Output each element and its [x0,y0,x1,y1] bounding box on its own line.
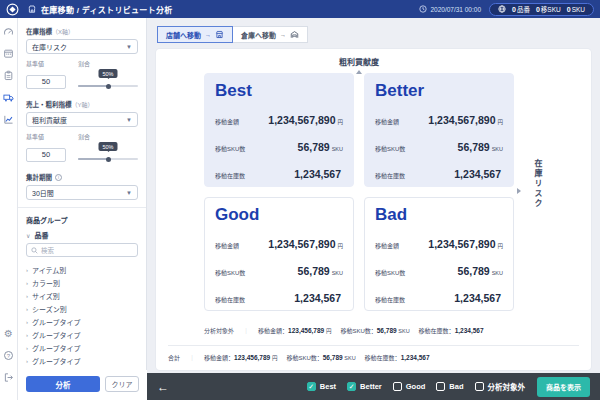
metric-value: 1,234,567 [454,288,503,306]
quadrant-best[interactable]: Best 移動金額1,234,567,890円 移動SKU数56,789SKU … [204,73,354,187]
logout-icon[interactable] [3,372,14,383]
quadrant-panel: 粗利貢献度 Best 移動金額1,234,567,890円 移動SKU数56,7… [156,49,591,370]
quadrant-good[interactable]: Good 移動金額1,234,567,890円 移動SKU数56,789SKU … [204,197,354,311]
checkbox-icon[interactable]: ✓ [436,382,445,391]
caret-right-icon: › [26,345,28,351]
caret-right-icon: › [26,293,28,299]
slider-tooltip: 50% [98,69,117,78]
caret-right-icon: › [26,332,28,338]
tree-item[interactable]: ›グループタイプ [26,354,138,367]
help-icon[interactable]: ? [3,350,14,361]
metric-label: 移動在庫数 [215,171,245,180]
tree-item[interactable]: ›グループタイプ [26,341,138,354]
show-products-button[interactable]: 商品を表示 [537,377,590,397]
filter-sidebar: 在庫指標（X軸） 在庫リスク▼ 基準値 割合 50% 売上・粗利指標（Y軸） 粗… [18,18,147,400]
excluded-label: 分析対象外 [204,326,234,335]
datetime-text: 2020/07/31 00:00 [430,6,481,13]
search-box[interactable] [26,243,138,257]
stat-hinban: 0品番 [512,4,530,14]
metric-value: 56,789SKU [458,261,503,279]
metric-label: 移動金額 [375,241,399,250]
caret-right-icon: › [26,358,28,364]
metric-label: 移動金額 [375,117,399,126]
analyze-button[interactable]: 分析 [26,376,100,392]
metric-value: 56,789SKU [298,137,343,155]
ratio-label: 割合 [78,59,138,68]
tree-item[interactable]: ›シーズン別 [26,302,138,315]
back-arrow-icon[interactable]: ← [157,380,169,394]
tree-item[interactable]: ›カラー別 [26,276,138,289]
settings-gear-icon[interactable]: ⚙ [3,328,14,339]
base-value-label: 基準値 [26,132,68,141]
profit-metric-label: 売上・粗利指標（Y軸） [26,99,138,109]
calendar-icon[interactable] [3,48,14,59]
base-value-input[interactable] [26,148,66,162]
globe-icon [498,5,506,13]
metric-value: 1,234,567,890円 [428,234,503,252]
dashboard-gauge-icon[interactable] [3,26,14,37]
stat-move-sku: 0移SKU [536,4,561,14]
tree-item[interactable]: ›グループタイプ [26,328,138,341]
arrow-right-icon: → [280,32,286,38]
slider-thumb[interactable] [106,157,111,162]
clipboard-icon[interactable] [3,70,14,81]
selection-summary-pill[interactable]: 0品番 0移SKU 0SKU [489,3,594,16]
clear-button[interactable]: クリア [105,376,139,392]
bottom-action-bar: ← ✓Best ✓Better ✓Good ✓Bad ✓分析対象外 商品を表示 [147,373,600,400]
metric-label: 移動SKU数 [375,144,405,153]
checkbox-icon[interactable]: ✓ [307,382,316,391]
app-logo-icon[interactable] [6,3,19,16]
caret-right-icon: › [26,280,28,286]
left-icon-rail: ⚙ ? [0,18,18,400]
checkbox-icon[interactable]: ✓ [393,382,402,391]
quadrant-grid: Best 移動金額1,234,567,890円 移動SKU数56,789SKU … [204,73,514,311]
search-input[interactable] [41,247,121,254]
tree-item-hinban[interactable]: ∨品番 [26,230,138,240]
metric-label: 移動在庫数 [215,295,245,304]
filter-checkbox-best[interactable]: ✓Best [307,382,336,391]
filter-checkbox-bad[interactable]: ✓Bad [436,382,463,391]
chevron-down-icon: ▼ [126,44,132,50]
total-summary-row: 合計｜ 移動金額：123,456,789 円 移動SKU数：56,789 SKU… [168,353,430,362]
metric-label: 移動金額 [215,241,239,250]
tab-move-to-store[interactable]: 店舗へ移動→ [157,26,233,43]
filter-checkbox-good[interactable]: ✓Good [393,382,426,391]
checkbox-label: Good [406,382,426,391]
ratio-slider[interactable]: 50% [78,143,138,165]
filter-checkbox-better[interactable]: ✓Better [347,382,382,391]
quadrant-title: Good [215,206,343,225]
filter-checkbox-excluded[interactable]: ✓分析対象外 [475,381,526,392]
metric-value: 1,234,567,890円 [268,110,343,128]
base-value-input[interactable] [26,75,66,89]
checkbox-label: Bad [449,382,463,391]
storefront-icon [215,30,224,39]
tree-item[interactable]: ›サイズ別 [26,289,138,302]
inventory-metric-select[interactable]: 在庫リスク▼ [26,39,138,54]
slider-thumb[interactable] [106,84,111,89]
tree-item[interactable]: ›アイテム別 [26,263,138,276]
total-label: 合計 [168,353,180,362]
tab-move-to-warehouse[interactable]: 倉庫へ移動→ [232,26,308,43]
x-axis-label: 在庫リスク [532,159,543,209]
chevron-down-icon: ▼ [126,190,132,196]
period-select[interactable]: 30日間▼ [26,185,138,200]
quadrant-bad[interactable]: Bad 移動金額1,234,567,890円 移動SKU数56,789SKU 移… [364,197,514,311]
ratio-slider[interactable]: 50% [78,70,138,92]
quadrant-better[interactable]: Better 移動金額1,234,567,890円 移動SKU数56,789SK… [364,73,514,187]
metric-label: 移動金額 [215,117,239,126]
arrow-right-icon: → [205,32,211,38]
metric-label: 移動在庫数 [375,295,405,304]
metric-label: 移動SKU数 [375,268,405,277]
checkbox-icon[interactable]: ✓ [475,382,484,391]
metric-label: 移動在庫数 [375,171,405,180]
slider-tooltip: 50% [98,142,117,151]
tree-item[interactable]: ›グループタイプ [26,315,138,328]
checkbox-icon[interactable]: ✓ [347,382,356,391]
line-chart-icon[interactable] [3,114,14,125]
store-icon [27,4,37,14]
info-icon[interactable]: i [55,174,62,181]
profit-metric-select[interactable]: 粗利貢献度▼ [26,112,138,127]
truck-distribute-icon[interactable] [3,92,14,103]
divider [168,345,579,346]
period-label: 集計期間i [26,172,138,182]
